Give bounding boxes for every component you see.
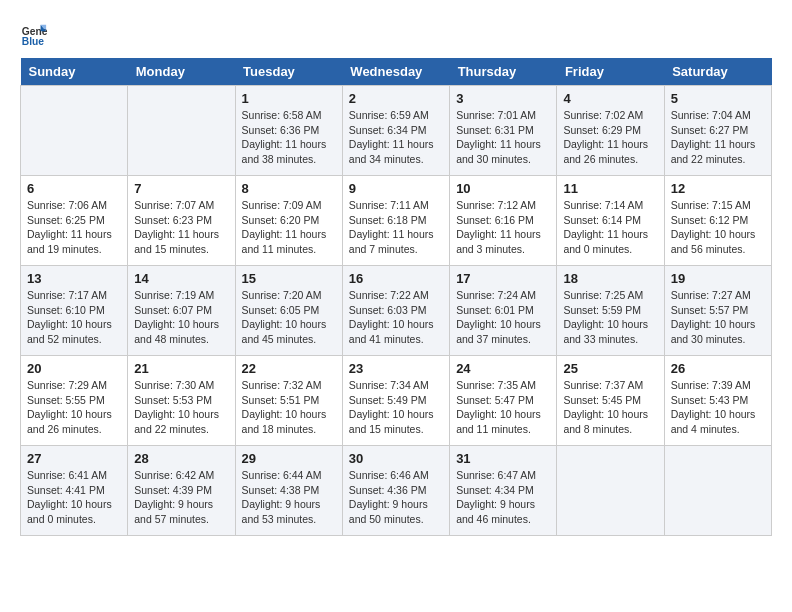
day-number: 9 [349, 181, 443, 196]
day-number: 12 [671, 181, 765, 196]
week-row-4: 20Sunrise: 7:29 AM Sunset: 5:55 PM Dayli… [21, 356, 772, 446]
day-number: 17 [456, 271, 550, 286]
day-info: Sunrise: 6:59 AM Sunset: 6:34 PM Dayligh… [349, 108, 443, 167]
calendar-cell: 18Sunrise: 7:25 AM Sunset: 5:59 PM Dayli… [557, 266, 664, 356]
calendar-cell [21, 86, 128, 176]
page-header: General Blue [20, 20, 772, 48]
day-number: 16 [349, 271, 443, 286]
day-info: Sunrise: 6:41 AM Sunset: 4:41 PM Dayligh… [27, 468, 121, 527]
day-info: Sunrise: 7:06 AM Sunset: 6:25 PM Dayligh… [27, 198, 121, 257]
calendar-cell: 31Sunrise: 6:47 AM Sunset: 4:34 PM Dayli… [450, 446, 557, 536]
day-number: 2 [349, 91, 443, 106]
calendar-cell: 13Sunrise: 7:17 AM Sunset: 6:10 PM Dayli… [21, 266, 128, 356]
day-number: 18 [563, 271, 657, 286]
calendar-cell: 12Sunrise: 7:15 AM Sunset: 6:12 PM Dayli… [664, 176, 771, 266]
day-info: Sunrise: 7:20 AM Sunset: 6:05 PM Dayligh… [242, 288, 336, 347]
calendar-table: SundayMondayTuesdayWednesdayThursdayFrid… [20, 58, 772, 536]
calendar-cell: 6Sunrise: 7:06 AM Sunset: 6:25 PM Daylig… [21, 176, 128, 266]
day-number: 29 [242, 451, 336, 466]
day-number: 10 [456, 181, 550, 196]
day-number: 26 [671, 361, 765, 376]
calendar-cell [664, 446, 771, 536]
day-number: 25 [563, 361, 657, 376]
day-header-tuesday: Tuesday [235, 58, 342, 86]
calendar-cell: 16Sunrise: 7:22 AM Sunset: 6:03 PM Dayli… [342, 266, 449, 356]
day-info: Sunrise: 7:01 AM Sunset: 6:31 PM Dayligh… [456, 108, 550, 167]
calendar-cell: 4Sunrise: 7:02 AM Sunset: 6:29 PM Daylig… [557, 86, 664, 176]
week-row-1: 1Sunrise: 6:58 AM Sunset: 6:36 PM Daylig… [21, 86, 772, 176]
calendar-cell [128, 86, 235, 176]
week-row-2: 6Sunrise: 7:06 AM Sunset: 6:25 PM Daylig… [21, 176, 772, 266]
day-header-wednesday: Wednesday [342, 58, 449, 86]
day-info: Sunrise: 7:02 AM Sunset: 6:29 PM Dayligh… [563, 108, 657, 167]
day-number: 5 [671, 91, 765, 106]
day-number: 1 [242, 91, 336, 106]
day-info: Sunrise: 6:47 AM Sunset: 4:34 PM Dayligh… [456, 468, 550, 527]
day-header-thursday: Thursday [450, 58, 557, 86]
day-info: Sunrise: 7:27 AM Sunset: 5:57 PM Dayligh… [671, 288, 765, 347]
day-header-sunday: Sunday [21, 58, 128, 86]
day-info: Sunrise: 7:35 AM Sunset: 5:47 PM Dayligh… [456, 378, 550, 437]
calendar-cell: 8Sunrise: 7:09 AM Sunset: 6:20 PM Daylig… [235, 176, 342, 266]
day-number: 23 [349, 361, 443, 376]
day-number: 31 [456, 451, 550, 466]
day-info: Sunrise: 7:04 AM Sunset: 6:27 PM Dayligh… [671, 108, 765, 167]
calendar-cell: 9Sunrise: 7:11 AM Sunset: 6:18 PM Daylig… [342, 176, 449, 266]
calendar-cell: 17Sunrise: 7:24 AM Sunset: 6:01 PM Dayli… [450, 266, 557, 356]
day-header-saturday: Saturday [664, 58, 771, 86]
day-info: Sunrise: 7:34 AM Sunset: 5:49 PM Dayligh… [349, 378, 443, 437]
day-number: 22 [242, 361, 336, 376]
calendar-cell: 10Sunrise: 7:12 AM Sunset: 6:16 PM Dayli… [450, 176, 557, 266]
day-info: Sunrise: 6:58 AM Sunset: 6:36 PM Dayligh… [242, 108, 336, 167]
day-info: Sunrise: 6:44 AM Sunset: 4:38 PM Dayligh… [242, 468, 336, 527]
day-number: 13 [27, 271, 121, 286]
day-number: 27 [27, 451, 121, 466]
day-info: Sunrise: 7:17 AM Sunset: 6:10 PM Dayligh… [27, 288, 121, 347]
day-number: 21 [134, 361, 228, 376]
calendar-cell: 3Sunrise: 7:01 AM Sunset: 6:31 PM Daylig… [450, 86, 557, 176]
day-header-row: SundayMondayTuesdayWednesdayThursdayFrid… [21, 58, 772, 86]
day-number: 24 [456, 361, 550, 376]
day-number: 11 [563, 181, 657, 196]
calendar-cell: 20Sunrise: 7:29 AM Sunset: 5:55 PM Dayli… [21, 356, 128, 446]
calendar-cell: 21Sunrise: 7:30 AM Sunset: 5:53 PM Dayli… [128, 356, 235, 446]
calendar-cell [557, 446, 664, 536]
day-number: 19 [671, 271, 765, 286]
day-info: Sunrise: 7:12 AM Sunset: 6:16 PM Dayligh… [456, 198, 550, 257]
day-info: Sunrise: 7:15 AM Sunset: 6:12 PM Dayligh… [671, 198, 765, 257]
day-info: Sunrise: 6:42 AM Sunset: 4:39 PM Dayligh… [134, 468, 228, 527]
calendar-cell: 19Sunrise: 7:27 AM Sunset: 5:57 PM Dayli… [664, 266, 771, 356]
day-number: 4 [563, 91, 657, 106]
calendar-cell: 26Sunrise: 7:39 AM Sunset: 5:43 PM Dayli… [664, 356, 771, 446]
day-number: 20 [27, 361, 121, 376]
day-info: Sunrise: 7:14 AM Sunset: 6:14 PM Dayligh… [563, 198, 657, 257]
day-info: Sunrise: 6:46 AM Sunset: 4:36 PM Dayligh… [349, 468, 443, 527]
day-info: Sunrise: 7:19 AM Sunset: 6:07 PM Dayligh… [134, 288, 228, 347]
calendar-cell: 23Sunrise: 7:34 AM Sunset: 5:49 PM Dayli… [342, 356, 449, 446]
day-header-friday: Friday [557, 58, 664, 86]
svg-text:Blue: Blue [22, 36, 45, 47]
day-number: 30 [349, 451, 443, 466]
day-info: Sunrise: 7:09 AM Sunset: 6:20 PM Dayligh… [242, 198, 336, 257]
day-info: Sunrise: 7:24 AM Sunset: 6:01 PM Dayligh… [456, 288, 550, 347]
calendar-cell: 7Sunrise: 7:07 AM Sunset: 6:23 PM Daylig… [128, 176, 235, 266]
day-info: Sunrise: 7:11 AM Sunset: 6:18 PM Dayligh… [349, 198, 443, 257]
logo: General Blue [20, 20, 52, 48]
day-info: Sunrise: 7:37 AM Sunset: 5:45 PM Dayligh… [563, 378, 657, 437]
day-info: Sunrise: 7:22 AM Sunset: 6:03 PM Dayligh… [349, 288, 443, 347]
calendar-cell: 24Sunrise: 7:35 AM Sunset: 5:47 PM Dayli… [450, 356, 557, 446]
calendar-cell: 25Sunrise: 7:37 AM Sunset: 5:45 PM Dayli… [557, 356, 664, 446]
calendar-cell: 2Sunrise: 6:59 AM Sunset: 6:34 PM Daylig… [342, 86, 449, 176]
day-info: Sunrise: 7:29 AM Sunset: 5:55 PM Dayligh… [27, 378, 121, 437]
day-number: 7 [134, 181, 228, 196]
calendar-cell: 5Sunrise: 7:04 AM Sunset: 6:27 PM Daylig… [664, 86, 771, 176]
day-info: Sunrise: 7:30 AM Sunset: 5:53 PM Dayligh… [134, 378, 228, 437]
calendar-cell: 22Sunrise: 7:32 AM Sunset: 5:51 PM Dayli… [235, 356, 342, 446]
day-number: 14 [134, 271, 228, 286]
calendar-cell: 1Sunrise: 6:58 AM Sunset: 6:36 PM Daylig… [235, 86, 342, 176]
week-row-5: 27Sunrise: 6:41 AM Sunset: 4:41 PM Dayli… [21, 446, 772, 536]
week-row-3: 13Sunrise: 7:17 AM Sunset: 6:10 PM Dayli… [21, 266, 772, 356]
day-number: 28 [134, 451, 228, 466]
logo-icon: General Blue [20, 20, 48, 48]
day-header-monday: Monday [128, 58, 235, 86]
